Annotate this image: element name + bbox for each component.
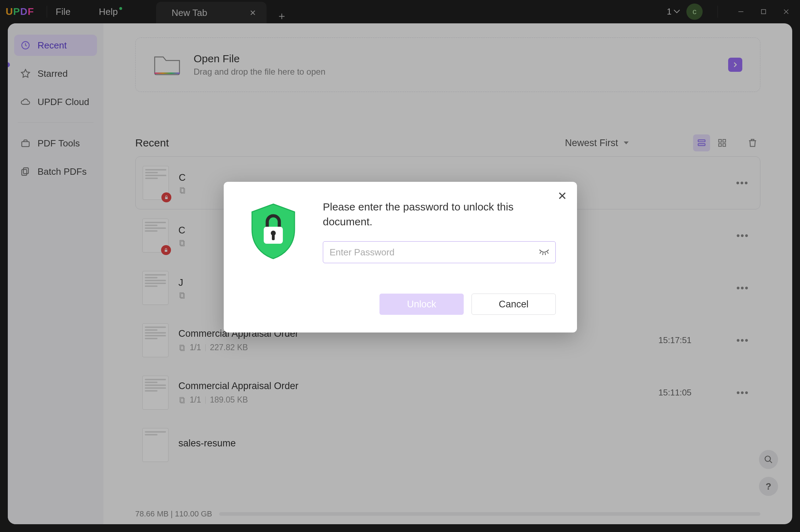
svg-line-32 <box>545 253 545 255</box>
svg-line-31 <box>543 253 543 255</box>
shield-lock-icon <box>245 200 302 263</box>
password-dialog: ✕ Please enter the password to unlock th… <box>224 182 577 332</box>
unlock-button[interactable]: Unlock <box>379 294 464 315</box>
cancel-button[interactable]: Cancel <box>472 294 556 315</box>
svg-line-33 <box>547 252 548 254</box>
dialog-message: Please enter the password to unlock this… <box>323 200 556 229</box>
toggle-password-visibility-button[interactable] <box>539 248 549 257</box>
svg-rect-29 <box>272 235 275 240</box>
password-input[interactable] <box>323 241 556 263</box>
svg-line-30 <box>540 252 541 254</box>
dialog-close-button[interactable]: ✕ <box>558 190 567 202</box>
eye-closed-icon <box>539 248 549 255</box>
